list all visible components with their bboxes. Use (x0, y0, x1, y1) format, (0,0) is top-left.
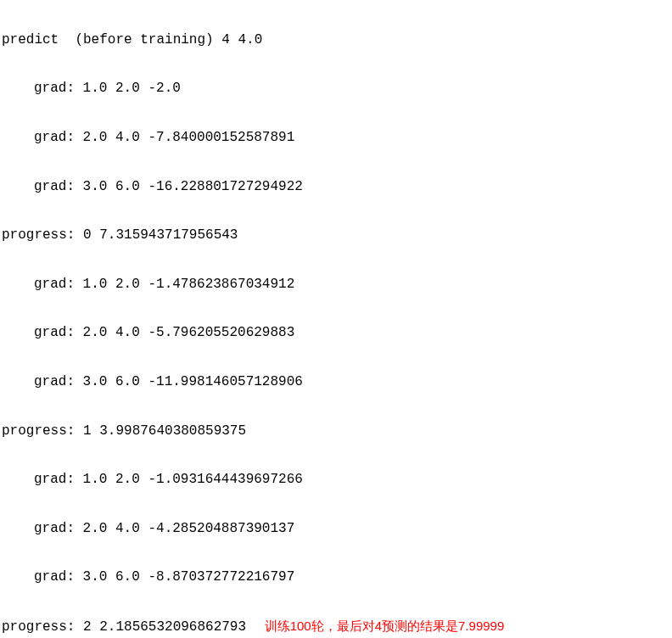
grad-line: grad: 3.0 6.0 -11.998146057128906 (2, 370, 670, 395)
grad-line: grad: 1.0 2.0 -1.0931644439697266 (2, 467, 670, 492)
progress-line-with-annotation: progress: 2 2.1856532096862793 训练100轮，最后… (2, 614, 670, 638)
progress-line: progress: 0 7.315943717956543 (2, 223, 670, 248)
grad-line: grad: 2.0 4.0 -5.796205520629883 (2, 321, 670, 345)
predict-before-line: predict (before training) 4 4.0 (2, 28, 670, 53)
grad-line: grad: 1.0 2.0 -1.478623867034912 (2, 272, 670, 297)
grad-line: grad: 3.0 6.0 -16.228801727294922 (2, 175, 670, 199)
grad-line: grad: 2.0 4.0 -4.285204887390137 (2, 517, 670, 541)
progress-line: progress: 1 3.9987640380859375 (2, 419, 670, 444)
grad-line: grad: 2.0 4.0 -7.840000152587891 (2, 126, 670, 150)
grad-line: grad: 3.0 6.0 -8.870372772216797 (2, 565, 670, 590)
annotation-text: 训练100轮，最后对4预测的结果是7.99999 (265, 618, 505, 633)
console-output: predict (before training) 4 4.0 grad: 1.… (0, 0, 672, 638)
progress-text: progress: 2 2.1856532096862793 (2, 619, 246, 635)
grad-line: grad: 1.0 2.0 -2.0 (2, 76, 670, 101)
